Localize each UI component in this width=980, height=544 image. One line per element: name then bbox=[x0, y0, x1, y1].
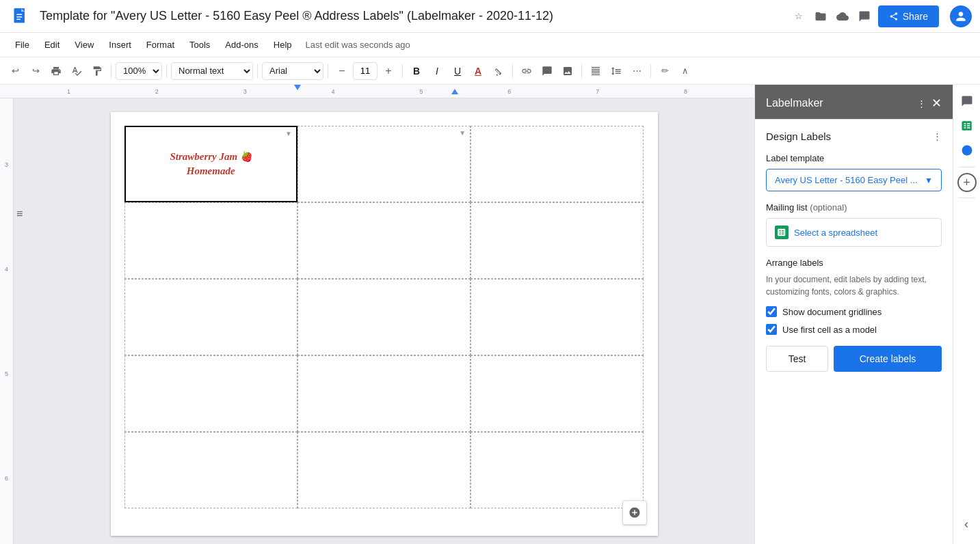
expand-panel-icon[interactable] bbox=[955, 514, 977, 536]
strawberry-emoji: 🍓 bbox=[240, 152, 252, 162]
label-grid: ▼ Strawberry Jam 🍓 Homemade ▼ bbox=[124, 126, 644, 508]
redo-button[interactable]: ↪ bbox=[26, 62, 45, 81]
arrange-labels-title: Arrange labels bbox=[766, 258, 942, 268]
line-spacing-button[interactable] bbox=[607, 62, 626, 81]
label-cell[interactable] bbox=[124, 279, 297, 355]
label-cell[interactable] bbox=[471, 202, 644, 279]
divider1 bbox=[111, 64, 111, 78]
margin-icon[interactable]: ≡ bbox=[16, 208, 23, 220]
arrange-labels-desc: In your document, edit labels by adding … bbox=[766, 273, 942, 298]
font-size-decrease[interactable]: − bbox=[332, 62, 352, 81]
title-bar: Template for "Avery US Letter - 5160 Eas… bbox=[0, 0, 980, 33]
comment-button[interactable] bbox=[538, 62, 557, 81]
design-labels-title: Design Labels bbox=[766, 131, 831, 142]
label-cell[interactable] bbox=[297, 202, 471, 279]
select-spreadsheet-button[interactable]: Select a spreadsheet bbox=[766, 218, 942, 247]
menu-addons[interactable]: Add-ons bbox=[218, 37, 265, 53]
label-cell[interactable] bbox=[471, 126, 644, 202]
print-button[interactable] bbox=[47, 62, 66, 81]
mailing-list-label: Mailing list (optional) bbox=[766, 202, 942, 213]
italic-button[interactable]: I bbox=[427, 62, 447, 81]
test-button[interactable]: Test bbox=[766, 346, 828, 372]
align-button[interactable] bbox=[586, 62, 605, 81]
divider8 bbox=[650, 64, 651, 78]
doc-area: 1 2 3 4 5 6 7 8 3 4 5 6 bbox=[0, 85, 754, 544]
font-select[interactable]: Arial Times New Roman Georgia bbox=[262, 62, 323, 80]
label-cell[interactable] bbox=[471, 432, 644, 508]
mailing-optional-text: (optional) bbox=[810, 202, 847, 213]
label-cell[interactable] bbox=[297, 432, 471, 508]
label-cell[interactable] bbox=[124, 202, 297, 279]
add-panel-button[interactable]: + bbox=[957, 173, 977, 192]
label-cell[interactable] bbox=[124, 355, 297, 432]
label-cell[interactable]: ▼ bbox=[297, 126, 471, 202]
font-size-increase[interactable]: + bbox=[379, 62, 398, 81]
sidebar-title: Labelmaker bbox=[766, 97, 823, 109]
chat-panel-icon[interactable] bbox=[956, 90, 978, 112]
menu-format[interactable]: Format bbox=[140, 37, 181, 53]
label-line2: Homemade bbox=[170, 164, 252, 178]
create-labels-button[interactable]: Create labels bbox=[834, 346, 942, 372]
text-highlight-button[interactable] bbox=[489, 62, 508, 81]
right-panel: + bbox=[953, 85, 980, 544]
zoom-select[interactable]: 100% 75% 50% 150% bbox=[116, 62, 162, 80]
undo-button[interactable]: ↩ bbox=[5, 62, 25, 81]
label-cell[interactable] bbox=[297, 279, 471, 355]
first-cell-model-checkbox[interactable] bbox=[766, 324, 777, 335]
divider6 bbox=[512, 64, 513, 78]
sidebar-close-button[interactable]: ✕ bbox=[931, 96, 942, 111]
avatar[interactable] bbox=[950, 5, 972, 27]
chevron-up-icon[interactable]: ∧ bbox=[676, 62, 695, 81]
text-color-button[interactable]: A bbox=[468, 62, 488, 81]
sidebar-more-button[interactable]: ⋮ bbox=[917, 98, 926, 109]
font-size-input[interactable] bbox=[353, 62, 378, 80]
label-cell-first[interactable]: ▼ Strawberry Jam 🍓 Homemade bbox=[124, 126, 297, 202]
star-icon[interactable]: ☆ bbox=[791, 8, 807, 25]
cloud-icon[interactable] bbox=[834, 8, 851, 25]
label-content: Strawberry Jam 🍓 Homemade bbox=[170, 150, 252, 178]
svg-rect-3 bbox=[16, 16, 22, 17]
svg-rect-4 bbox=[16, 18, 21, 19]
document-title: Template for "Avery US Letter - 5160 Eas… bbox=[40, 9, 784, 23]
show-gridlines-checkbox[interactable] bbox=[766, 306, 777, 317]
menu-help[interactable]: Help bbox=[267, 37, 299, 53]
label-cell[interactable] bbox=[124, 432, 297, 508]
underline-button[interactable]: U bbox=[448, 62, 467, 81]
mailing-list-text: Mailing list bbox=[766, 202, 810, 213]
label-cell[interactable] bbox=[471, 279, 644, 355]
label-cell[interactable] bbox=[471, 355, 644, 432]
link-button[interactable] bbox=[517, 62, 536, 81]
menu-insert[interactable]: Insert bbox=[102, 37, 138, 53]
bold-button[interactable]: B bbox=[407, 62, 426, 81]
document-page: ▼ Strawberry Jam 🍓 Homemade ▼ bbox=[111, 112, 658, 536]
cell-dropdown2[interactable]: ▼ bbox=[459, 129, 466, 137]
svg-point-5 bbox=[962, 146, 972, 156]
ruler-horizontal: 1 2 3 4 5 6 7 8 bbox=[0, 85, 754, 98]
menu-file[interactable]: File bbox=[8, 37, 36, 53]
cell-dropdown[interactable]: ▼ bbox=[285, 130, 292, 137]
folder-icon[interactable] bbox=[812, 8, 829, 25]
style-select[interactable]: Normal text Heading 1 Heading 2 bbox=[171, 62, 253, 80]
show-gridlines-label: Show document gridlines bbox=[782, 307, 882, 317]
action-buttons: Test Create labels bbox=[766, 346, 942, 372]
menu-tools[interactable]: Tools bbox=[183, 37, 217, 53]
spellcheck-button[interactable] bbox=[67, 62, 86, 81]
sidebar-body: Design Labels ⋮ Label template Avery US … bbox=[755, 120, 953, 544]
slides-panel-icon[interactable] bbox=[956, 139, 978, 161]
image-button[interactable] bbox=[558, 62, 577, 81]
paint-format-button[interactable] bbox=[88, 62, 107, 81]
template-select-button[interactable]: Avery US Letter - 5160 Easy Peel ... ▼ bbox=[766, 169, 942, 191]
design-more-icon[interactable]: ⋮ bbox=[933, 131, 942, 141]
page-nav-button[interactable] bbox=[622, 500, 647, 525]
chat-icon[interactable] bbox=[856, 8, 873, 25]
divider5 bbox=[402, 64, 403, 78]
menu-view[interactable]: View bbox=[68, 37, 101, 53]
doc-icon bbox=[8, 4, 33, 29]
label-cell[interactable] bbox=[297, 355, 471, 432]
more-button[interactable]: ⋯ bbox=[627, 62, 646, 81]
share-button[interactable]: Share bbox=[878, 5, 939, 27]
chevron-down-icon: ▼ bbox=[925, 176, 933, 185]
pen-tool[interactable]: ✏ bbox=[655, 62, 674, 81]
sheets-panel-icon[interactable] bbox=[956, 115, 978, 137]
menu-edit[interactable]: Edit bbox=[38, 37, 66, 53]
